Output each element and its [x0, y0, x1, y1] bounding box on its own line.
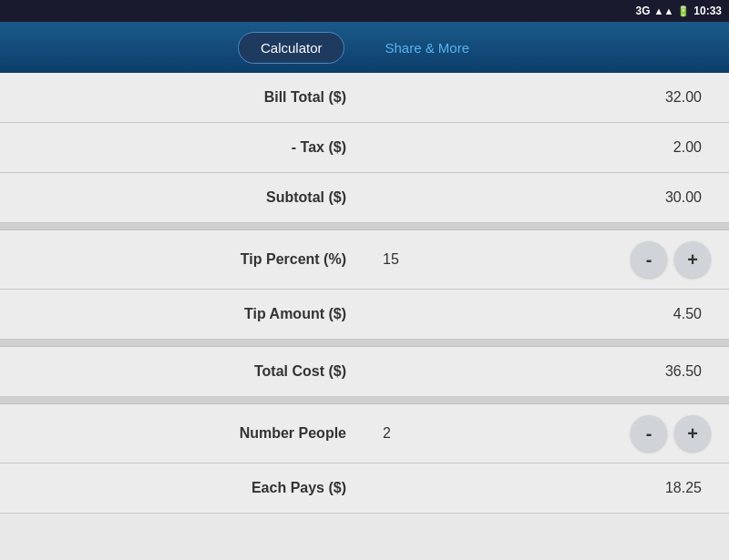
label-total-cost: Total Cost ($)	[0, 347, 364, 396]
row-tax: - Tax ($) 2.00	[0, 123, 729, 173]
time-text: 10:33	[693, 5, 722, 17]
num-people-controls-area: 2 - +	[364, 404, 729, 463]
value-num-people: 2	[383, 425, 391, 442]
row-subtotal: Subtotal ($) 30.00	[0, 173, 729, 223]
num-people-controls: - +	[631, 415, 711, 452]
label-each-pays: Each Pays ($)	[0, 463, 364, 513]
value-subtotal: 30.00	[364, 173, 729, 222]
tab-calculator[interactable]: Calculator	[238, 32, 345, 64]
label-tip-amount: Tip Amount ($)	[0, 290, 364, 339]
row-total-cost: Total Cost ($) 36.50	[0, 347, 729, 397]
tip-percent-controls-area: 15 - +	[364, 230, 729, 289]
label-bill-total: Bill Total ($)	[0, 73, 364, 122]
label-num-people: Number People	[0, 409, 364, 458]
value-tip-amount: 4.50	[364, 290, 729, 339]
value-tip-percent: 15	[383, 251, 399, 268]
separator-3	[0, 397, 729, 404]
label-tax: - Tax ($)	[0, 123, 364, 172]
signal-text: 3G	[636, 5, 651, 17]
label-subtotal: Subtotal ($)	[0, 173, 364, 222]
num-people-minus-button[interactable]: -	[631, 415, 667, 452]
separator-1	[0, 223, 729, 230]
value-bill-total: 32.00	[364, 73, 729, 122]
tip-percent-plus-button[interactable]: +	[674, 241, 711, 278]
row-each-pays: Each Pays ($) 18.25	[0, 463, 729, 514]
row-tip-amount: Tip Amount ($) 4.50	[0, 290, 729, 340]
row-bill-total: Bill Total ($) 32.00	[0, 73, 729, 123]
battery-icon: 🔋	[677, 5, 690, 17]
tip-percent-controls: - +	[631, 241, 711, 278]
value-tax: 2.00	[364, 123, 729, 172]
num-people-plus-button[interactable]: +	[674, 415, 711, 452]
row-num-people: Number People 2 - +	[0, 404, 729, 463]
signal-icon: ▲▲	[654, 5, 674, 16]
label-tip-percent: Tip Percent (%)	[0, 235, 364, 284]
content-area: Bill Total ($) 32.00 - Tax ($) 2.00 Subt…	[0, 73, 729, 514]
value-each-pays: 18.25	[364, 463, 729, 513]
tip-percent-minus-button[interactable]: -	[631, 241, 667, 278]
tab-share-more[interactable]: Share & More	[363, 33, 491, 63]
nav-bar: Calculator Share & More	[0, 22, 729, 73]
value-total-cost: 36.50	[364, 347, 729, 396]
separator-2	[0, 340, 729, 347]
row-tip-percent: Tip Percent (%) 15 - +	[0, 230, 729, 290]
status-bar: 3G ▲▲ 🔋 10:33	[0, 0, 729, 22]
